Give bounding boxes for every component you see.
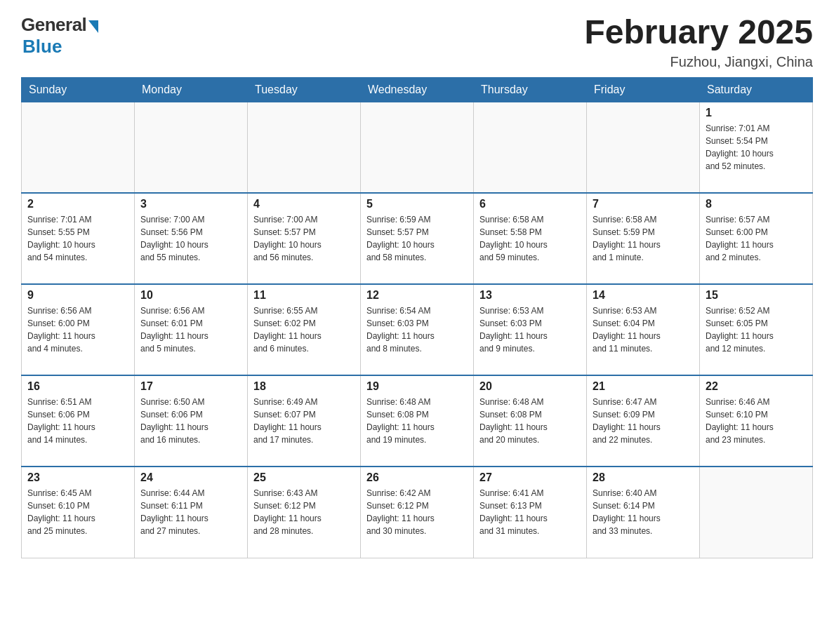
calendar-cell: 2Sunrise: 7:01 AM Sunset: 5:55 PM Daylig…	[22, 193, 135, 284]
day-info: Sunrise: 6:46 AM Sunset: 6:10 PM Dayligh…	[706, 396, 807, 446]
logo-arrow-icon	[88, 20, 98, 33]
calendar-cell: 9Sunrise: 6:56 AM Sunset: 6:00 PM Daylig…	[22, 284, 135, 375]
calendar-cell	[474, 102, 587, 193]
calendar-cell: 23Sunrise: 6:45 AM Sunset: 6:10 PM Dayli…	[22, 467, 135, 558]
day-number: 9	[27, 289, 128, 302]
logo-blue-text: Blue	[22, 36, 62, 58]
weekday-header-thursday: Thursday	[474, 77, 587, 102]
calendar-cell: 28Sunrise: 6:40 AM Sunset: 6:14 PM Dayli…	[587, 467, 700, 558]
calendar-cell	[22, 102, 135, 193]
calendar-week-row: 23Sunrise: 6:45 AM Sunset: 6:10 PM Dayli…	[22, 467, 813, 558]
month-title: February 2025	[584, 14, 813, 51]
calendar-cell: 11Sunrise: 6:55 AM Sunset: 6:02 PM Dayli…	[248, 284, 361, 375]
day-number: 8	[706, 198, 807, 210]
day-info: Sunrise: 6:48 AM Sunset: 6:08 PM Dayligh…	[479, 396, 581, 446]
day-info: Sunrise: 6:47 AM Sunset: 6:09 PM Dayligh…	[593, 396, 694, 446]
calendar-cell	[135, 102, 248, 193]
calendar-cell: 25Sunrise: 6:43 AM Sunset: 6:12 PM Dayli…	[248, 467, 361, 558]
day-number: 4	[253, 198, 355, 210]
calendar-week-row: 9Sunrise: 6:56 AM Sunset: 6:00 PM Daylig…	[22, 284, 813, 375]
day-number: 2	[27, 198, 128, 210]
day-info: Sunrise: 6:45 AM Sunset: 6:10 PM Dayligh…	[27, 487, 128, 537]
calendar-cell: 18Sunrise: 6:49 AM Sunset: 6:07 PM Dayli…	[248, 375, 361, 467]
day-number: 27	[479, 471, 581, 484]
logo-general-text: General	[21, 14, 86, 36]
calendar-cell: 8Sunrise: 6:57 AM Sunset: 6:00 PM Daylig…	[700, 193, 813, 284]
calendar-cell: 27Sunrise: 6:41 AM Sunset: 6:13 PM Dayli…	[474, 467, 587, 558]
calendar-week-row: 16Sunrise: 6:51 AM Sunset: 6:06 PM Dayli…	[22, 375, 813, 467]
day-info: Sunrise: 6:41 AM Sunset: 6:13 PM Dayligh…	[479, 487, 581, 537]
calendar-cell	[700, 467, 813, 558]
day-number: 1	[706, 107, 807, 119]
day-info: Sunrise: 6:58 AM Sunset: 5:58 PM Dayligh…	[479, 213, 581, 264]
calendar-cell: 13Sunrise: 6:53 AM Sunset: 6:03 PM Dayli…	[474, 284, 587, 375]
calendar-cell	[248, 102, 361, 193]
calendar-cell: 5Sunrise: 6:59 AM Sunset: 5:57 PM Daylig…	[361, 193, 474, 284]
day-info: Sunrise: 6:48 AM Sunset: 6:08 PM Dayligh…	[366, 396, 468, 446]
day-info: Sunrise: 6:49 AM Sunset: 6:07 PM Dayligh…	[253, 396, 355, 446]
weekday-header-sunday: Sunday	[22, 77, 135, 102]
day-info: Sunrise: 6:59 AM Sunset: 5:57 PM Dayligh…	[366, 213, 468, 264]
day-info: Sunrise: 6:56 AM Sunset: 6:00 PM Dayligh…	[27, 304, 128, 355]
day-info: Sunrise: 6:50 AM Sunset: 6:06 PM Dayligh…	[140, 396, 241, 446]
day-number: 23	[27, 471, 128, 484]
day-info: Sunrise: 7:00 AM Sunset: 5:56 PM Dayligh…	[140, 213, 241, 264]
day-info: Sunrise: 6:43 AM Sunset: 6:12 PM Dayligh…	[253, 487, 355, 537]
day-info: Sunrise: 6:42 AM Sunset: 6:12 PM Dayligh…	[366, 487, 468, 537]
day-number: 6	[479, 198, 581, 210]
calendar-cell: 15Sunrise: 6:52 AM Sunset: 6:05 PM Dayli…	[700, 284, 813, 375]
title-section: February 2025 Fuzhou, Jiangxi, China	[584, 14, 813, 70]
day-number: 24	[140, 471, 241, 484]
day-number: 21	[593, 380, 694, 393]
day-info: Sunrise: 6:54 AM Sunset: 6:03 PM Dayligh…	[366, 304, 468, 355]
day-number: 13	[479, 289, 581, 302]
calendar-cell: 4Sunrise: 7:00 AM Sunset: 5:57 PM Daylig…	[248, 193, 361, 284]
calendar-cell: 7Sunrise: 6:58 AM Sunset: 5:59 PM Daylig…	[587, 193, 700, 284]
weekday-header-friday: Friday	[587, 77, 700, 102]
calendar-cell	[587, 102, 700, 193]
calendar-table: SundayMondayTuesdayWednesdayThursdayFrid…	[21, 77, 813, 558]
day-info: Sunrise: 6:40 AM Sunset: 6:14 PM Dayligh…	[593, 487, 694, 537]
day-info: Sunrise: 6:55 AM Sunset: 6:02 PM Dayligh…	[253, 304, 355, 355]
location-label: Fuzhou, Jiangxi, China	[584, 54, 813, 70]
day-number: 18	[253, 380, 355, 393]
day-info: Sunrise: 6:58 AM Sunset: 5:59 PM Dayligh…	[593, 213, 694, 264]
calendar-cell: 6Sunrise: 6:58 AM Sunset: 5:58 PM Daylig…	[474, 193, 587, 284]
day-number: 19	[366, 380, 468, 393]
day-info: Sunrise: 6:53 AM Sunset: 6:03 PM Dayligh…	[479, 304, 581, 355]
day-number: 12	[366, 289, 468, 302]
calendar-cell	[361, 102, 474, 193]
calendar-cell: 3Sunrise: 7:00 AM Sunset: 5:56 PM Daylig…	[135, 193, 248, 284]
day-number: 16	[27, 380, 128, 393]
day-info: Sunrise: 7:01 AM Sunset: 5:55 PM Dayligh…	[27, 213, 128, 264]
day-info: Sunrise: 7:00 AM Sunset: 5:57 PM Dayligh…	[253, 213, 355, 264]
day-info: Sunrise: 6:53 AM Sunset: 6:04 PM Dayligh…	[593, 304, 694, 355]
calendar-cell: 12Sunrise: 6:54 AM Sunset: 6:03 PM Dayli…	[361, 284, 474, 375]
day-number: 15	[706, 289, 807, 302]
calendar-cell: 14Sunrise: 6:53 AM Sunset: 6:04 PM Dayli…	[587, 284, 700, 375]
calendar-cell: 19Sunrise: 6:48 AM Sunset: 6:08 PM Dayli…	[361, 375, 474, 467]
day-number: 14	[593, 289, 694, 302]
calendar-cell: 26Sunrise: 6:42 AM Sunset: 6:12 PM Dayli…	[361, 467, 474, 558]
calendar-cell: 21Sunrise: 6:47 AM Sunset: 6:09 PM Dayli…	[587, 375, 700, 467]
calendar-week-row: 1Sunrise: 7:01 AM Sunset: 5:54 PM Daylig…	[22, 102, 813, 193]
weekday-header-row: SundayMondayTuesdayWednesdayThursdayFrid…	[22, 77, 813, 102]
weekday-header-wednesday: Wednesday	[361, 77, 474, 102]
page-header: General Blue February 2025 Fuzhou, Jiang…	[21, 14, 813, 70]
day-number: 11	[253, 289, 355, 302]
day-number: 17	[140, 380, 241, 393]
weekday-header-tuesday: Tuesday	[248, 77, 361, 102]
day-number: 5	[366, 198, 468, 210]
weekday-header-saturday: Saturday	[700, 77, 813, 102]
day-number: 10	[140, 289, 241, 302]
calendar-cell: 10Sunrise: 6:56 AM Sunset: 6:01 PM Dayli…	[135, 284, 248, 375]
calendar-cell: 20Sunrise: 6:48 AM Sunset: 6:08 PM Dayli…	[474, 375, 587, 467]
calendar-cell: 16Sunrise: 6:51 AM Sunset: 6:06 PM Dayli…	[22, 375, 135, 467]
calendar-cell: 1Sunrise: 7:01 AM Sunset: 5:54 PM Daylig…	[700, 102, 813, 193]
day-info: Sunrise: 6:57 AM Sunset: 6:00 PM Dayligh…	[706, 213, 807, 264]
calendar-cell: 24Sunrise: 6:44 AM Sunset: 6:11 PM Dayli…	[135, 467, 248, 558]
day-info: Sunrise: 6:44 AM Sunset: 6:11 PM Dayligh…	[140, 487, 241, 537]
day-number: 20	[479, 380, 581, 393]
day-info: Sunrise: 7:01 AM Sunset: 5:54 PM Dayligh…	[706, 122, 807, 173]
day-number: 26	[366, 471, 468, 484]
